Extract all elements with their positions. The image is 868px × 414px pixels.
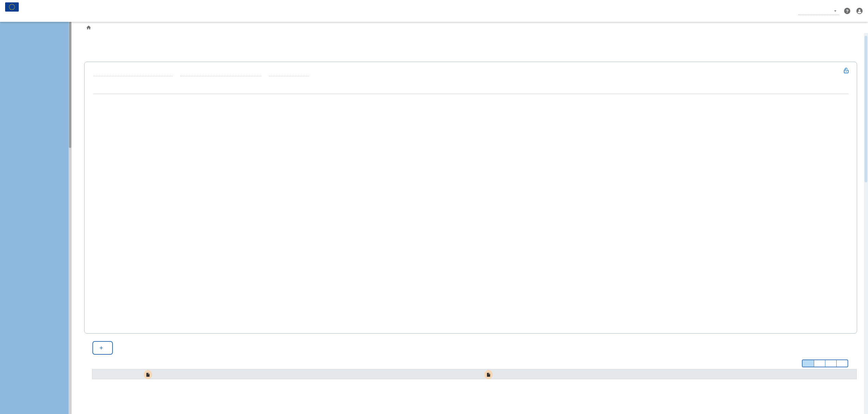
lang-tab-de[interactable]: [803, 360, 814, 367]
eu-flag-icon: [5, 2, 19, 12]
sidebar-scrollbar-thumb[interactable]: [69, 22, 71, 148]
timeplan-col-afterend: [488, 369, 856, 379]
timeplan-col-period1: [148, 369, 488, 379]
duration-field: [269, 72, 309, 76]
unlock-icon[interactable]: [842, 67, 850, 76]
deadlines-table: [93, 80, 849, 94]
sidebar: [0, 22, 72, 414]
sidebar-nav: [0, 22, 69, 414]
deadline-marker-both[interactable]: [144, 370, 152, 379]
sidebar-scrollbar[interactable]: [69, 22, 72, 414]
account-button[interactable]: [856, 7, 863, 15]
brand-block: [0, 0, 86, 22]
top-navbar: [0, 0, 868, 22]
home-icon[interactable]: [86, 25, 91, 30]
deadline-marker-both[interactable]: [484, 370, 493, 379]
help-button[interactable]: [843, 7, 851, 15]
page-scrollbar-thumb[interactable]: [865, 36, 867, 182]
breadcrumb: [72, 22, 863, 33]
timeplan-header-label-cell: [92, 369, 148, 379]
navbar-right: [798, 0, 868, 22]
lang-tab-fr[interactable]: [825, 360, 836, 367]
app-window: [0, 0, 868, 414]
add-reporting-deadline-button[interactable]: [92, 341, 113, 355]
main-content: [72, 33, 868, 414]
page-scrollbar[interactable]: [864, 33, 868, 414]
timeplan-header: [92, 369, 857, 379]
start-date-field[interactable]: [93, 72, 173, 76]
table-header: [93, 80, 849, 94]
date-fields-row: [93, 72, 848, 76]
end-date-field[interactable]: [180, 72, 261, 76]
reporting-deadlines-card: [84, 62, 857, 334]
timeplan-language-tabs: [802, 359, 848, 367]
lang-tab-hu[interactable]: [836, 360, 848, 367]
plus-icon: [99, 345, 104, 351]
chevron-down-icon: [833, 8, 838, 14]
timeplan-gantt: [92, 369, 857, 414]
account-icon: [856, 7, 863, 15]
language-select[interactable]: [798, 7, 839, 15]
lang-tab-en[interactable]: [814, 360, 825, 367]
